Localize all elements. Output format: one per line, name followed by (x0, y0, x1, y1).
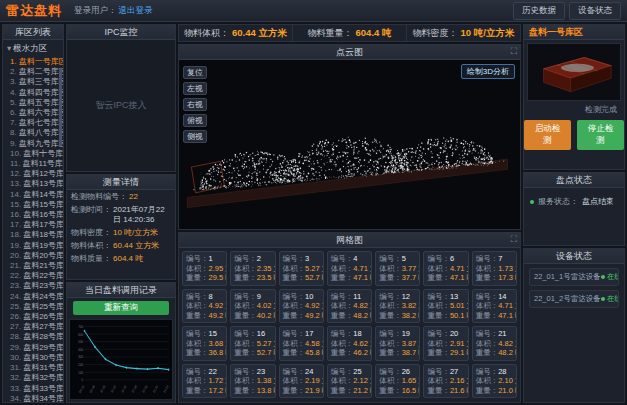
grid-cell[interactable]: 编号：13体积：5.01 立方米重量：50.1 吨 (423, 289, 468, 324)
warehouse-root-label: 根水力区 (13, 43, 47, 53)
warehouse-list-item[interactable]: 7.盘料七号库区 (3, 118, 63, 128)
warehouse-list-item[interactable]: 17.盘料17号库区 (3, 220, 63, 230)
grid-cell[interactable]: 编号：17体积：4.58 立方米重量：45.8 吨 (279, 326, 324, 361)
warehouse-list-item[interactable]: 18.盘料18号库区 (3, 230, 63, 240)
warehouse-list-item[interactable]: 21.盘料21号库区 (3, 261, 63, 271)
logout-link[interactable]: 退出登录 (119, 5, 153, 17)
grid-cell[interactable]: 编号：10体积：4.92 立方米重量：49.2 吨 (279, 289, 324, 324)
grid-cell[interactable]: 编号：21体积：4.82 立方米重量：48.2 吨 (472, 326, 517, 361)
warehouse-list-item[interactable]: 23.盘料23号库区 (3, 281, 63, 291)
grid-cell[interactable]: 编号：23体积：1.38 立方米重量：13.8 吨 (230, 364, 275, 399)
grid-cell[interactable]: 编号：11体积：4.82 立方米重量：48.2 吨 (327, 289, 372, 324)
warehouse-list-item[interactable]: 4.盘料四号库区 (3, 88, 63, 98)
warehouse-list-item[interactable]: 12.盘料12号库区 (3, 169, 63, 179)
grid-cell[interactable]: 编号：2体积：2.35 立方米重量：23.5 吨 (230, 251, 275, 286)
warehouse-list-item[interactable]: 34.盘料34号库区 (3, 394, 63, 402)
warehouse-list-item[interactable]: 11.盘料11号库区 (3, 159, 63, 169)
grid-cell[interactable]: 编号：8体积：4.92 立方米重量：49.2 吨 (182, 289, 227, 324)
warehouse-tree-root[interactable]: ▾根水力区 (3, 40, 63, 57)
warehouse-list-item[interactable]: 16.盘料16号库区 (3, 210, 63, 220)
cell-line-no: 编号：8 (186, 292, 223, 302)
grid-cell[interactable]: 编号：26体积：1.65 立方米重量：16.5 吨 (375, 364, 420, 399)
grid-cell[interactable]: 编号：16体积：5.27 立方米重量：52.7 吨 (230, 326, 275, 361)
service-status-row: 服务状态： 盘点结束 (524, 188, 624, 215)
view-button[interactable]: 俯视 (183, 114, 207, 127)
warehouse-list-item[interactable]: 25.盘料25号库区 (3, 302, 63, 312)
grid-cell[interactable]: 编号：19体积：3.87 立方米重量：38.7 吨 (375, 326, 420, 361)
start-detect-button[interactable]: 启动检测 (524, 120, 571, 150)
warehouse-list-item[interactable]: 33.盘料33号库区 (3, 384, 63, 394)
warehouse-list-item[interactable]: 15.盘料15号库区 (3, 200, 63, 210)
grid-cell[interactable]: 编号：5体积：3.77 立方米重量：37.7 吨 (375, 251, 420, 286)
view-button[interactable]: 右视 (183, 98, 207, 111)
grid-cell[interactable]: 编号：22体积：1.72 立方米重量：17.2 吨 (182, 364, 227, 399)
grid-cell[interactable]: 编号：3体积：5.27 立方米重量：52.7 吨 (279, 251, 324, 286)
warehouse-list-item[interactable]: 13.盘料13号库区 (3, 179, 63, 189)
device-status-button[interactable]: 设备状态 (569, 2, 621, 20)
view-button[interactable]: 复位 (183, 66, 207, 79)
cell-label: 重量： (331, 348, 354, 357)
grid-cell[interactable]: 编号：24体积：2.19 立方米重量：21.9 吨 (279, 364, 324, 399)
warehouse-list-item[interactable]: 6.盘料六号库区 (3, 108, 63, 118)
grid-cell[interactable]: 编号：4体积：4.71 立方米重量：47.1 吨 (327, 251, 372, 286)
expand-icon[interactable]: ⛶ (511, 234, 517, 245)
warehouse-list-item[interactable]: 27.盘料27号库区 (3, 322, 63, 332)
view-button[interactable]: 侧视 (183, 130, 207, 143)
warehouse-list-item[interactable]: 29.盘料29号库区 (3, 343, 63, 353)
cell-value: 47.1 吨 (353, 273, 372, 282)
grid-cell[interactable]: 编号：28体积：2.10 立方米重量：21.0 吨 (472, 364, 517, 399)
grid-cell[interactable]: 编号：1体积：2.95 立方米重量：29.5 吨 (182, 251, 227, 286)
warehouse-list-item[interactable]: 30.盘料30号库区 (3, 353, 63, 363)
requery-button[interactable]: 重新查询 (73, 301, 168, 315)
cell-value: 2.16 立方米 (450, 376, 469, 385)
grid-cell[interactable]: 编号：25体积：2.12 立方米重量：21.2 吨 (327, 364, 372, 399)
warehouse-list-item[interactable]: 3.盘料三号库区 (3, 77, 63, 87)
warehouse-name: 盘料26号库区 (23, 312, 63, 321)
warehouse-list-item[interactable]: 26.盘料26号库区 (3, 312, 63, 322)
warehouse-list-item[interactable]: 32.盘料32号库区 (3, 373, 63, 383)
cell-label: 体积： (476, 301, 499, 310)
cell-line-no: 编号：14 (476, 292, 513, 302)
grid-cell[interactable]: 编号：6体积：4.71 立方米重量：47.1 吨 (423, 251, 468, 286)
warehouse-list-item[interactable]: 31.盘料31号库区 (3, 363, 63, 373)
warehouse-list-item[interactable]: 14.盘料14号库区 (3, 190, 63, 200)
warehouse-list-item[interactable]: 1.盘料一号库区 (3, 57, 63, 67)
cell-label: 编号： (427, 329, 450, 338)
scrollbar-thumb[interactable] (59, 68, 62, 146)
grid-cell[interactable]: 编号：20体积：2.91 立方米重量：29.1 吨 (423, 326, 468, 361)
grid-cell[interactable]: 编号：7体积：1.73 立方米重量：17.3 吨 (472, 251, 517, 286)
warehouse-list-item[interactable]: 22.盘料22号库区 (3, 271, 63, 281)
cell-value: 3 (305, 254, 309, 263)
list-index: 26. (10, 312, 21, 321)
service-status-value: 盘点结束 (582, 196, 614, 207)
warehouse-list-item[interactable]: 24.盘料24号库区 (3, 292, 63, 302)
warehouse-list-item[interactable]: 28.盘料28号库区 (3, 332, 63, 342)
warehouse-list-item[interactable]: 2.盘料二号库区 (3, 67, 63, 77)
device-item: 22_01_1号雷达设备在线状态 (529, 268, 619, 286)
history-data-button[interactable]: 历史数据 (513, 2, 565, 20)
warehouse-list-item[interactable]: 8.盘料八号库区 (3, 128, 63, 138)
analysis-3d-button[interactable]: 绘制3D分析 (461, 64, 515, 79)
cell-value: 4.02 立方米 (257, 301, 276, 310)
cell-value: 5.27 立方米 (305, 264, 324, 273)
grid-cell[interactable]: 编号：27体积：2.16 立方米重量：21.6 吨 (423, 364, 468, 399)
warehouse-list-item[interactable]: 20.盘料20号库区 (3, 251, 63, 261)
grid-cell[interactable]: 编号：12体积：3.82 立方米重量：38.2 吨 (375, 289, 420, 324)
warehouse-list-item[interactable]: 9.盘料九号库区 (3, 139, 63, 149)
warehouse-list-item[interactable]: 5.盘料五号库区 (3, 98, 63, 108)
warehouse-list-item[interactable]: 10.盘料十号库区 (3, 149, 63, 159)
cell-value: 4.82 立方米 (498, 339, 517, 348)
grid-cell[interactable]: 编号：18体积：4.62 立方米重量：46.2 吨 (327, 326, 372, 361)
cell-line-no: 编号：26 (379, 367, 416, 377)
cell-value: 5.27 立方米 (257, 339, 276, 348)
expand-icon[interactable]: ⛶ (511, 46, 517, 57)
grid-cell[interactable]: 编号：15体积：3.68 立方米重量：36.8 吨 (182, 326, 227, 361)
warehouse-list-item[interactable]: 19.盘料19号库区 (3, 241, 63, 251)
cell-line-no: 编号：15 (186, 329, 223, 339)
stop-detect-button[interactable]: 停止检测 (577, 120, 624, 150)
grid-cell[interactable]: 编号：9体积：4.02 立方米重量：40.2 吨 (230, 289, 275, 324)
grid-cell[interactable]: 编号：14体积：4.71 立方米重量：47.1 吨 (472, 289, 517, 324)
view-button[interactable]: 左视 (183, 82, 207, 95)
cell-label: 体积： (331, 339, 354, 348)
pointcloud-canvas[interactable] (179, 60, 520, 229)
